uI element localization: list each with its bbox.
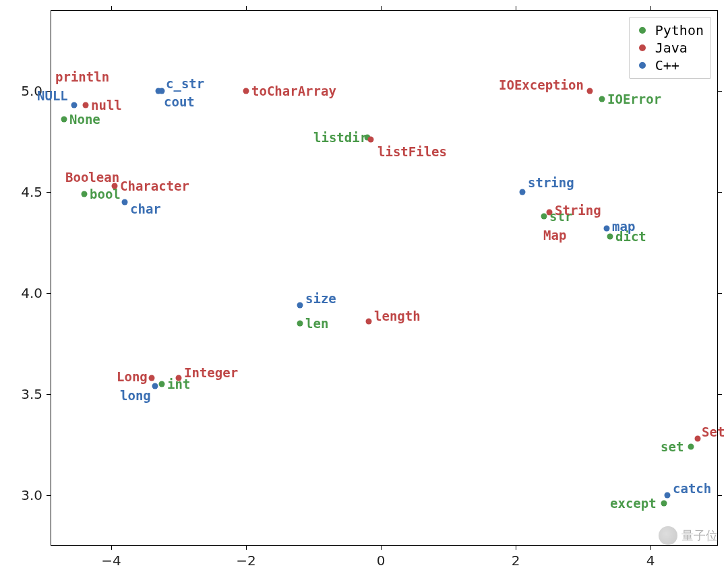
legend-entry: Python (635, 22, 704, 39)
y-tick (718, 293, 722, 294)
legend-label: C++ (655, 57, 679, 73)
data-label: c_str (166, 76, 204, 91)
y-tick (718, 495, 722, 496)
data-point (661, 501, 667, 507)
y-tick (718, 394, 722, 395)
data-label: except (610, 496, 657, 511)
data-point (665, 492, 671, 499)
legend-dot-icon (639, 44, 646, 51)
data-label: len (305, 316, 328, 331)
y-tick-label: 4.0 (21, 285, 42, 301)
y-tick-label: 3.5 (21, 386, 42, 402)
y-tick (47, 192, 51, 193)
y-tick-label: 3.0 (21, 487, 42, 503)
legend-entry: C++ (635, 57, 704, 74)
y-tick (47, 495, 51, 496)
data-label: String (555, 203, 601, 218)
data-point (520, 189, 526, 195)
data-point (599, 96, 605, 102)
data-point (366, 319, 372, 325)
data-label: size (305, 291, 336, 306)
data-label: Long (117, 369, 148, 384)
data-label: bool (90, 187, 121, 201)
chart-container: −4−20243.03.54.04.55.0 PythonJavaC++ 量子位… (0, 0, 728, 572)
data-label: None (69, 112, 100, 127)
data-point (122, 199, 128, 205)
data-label: null (91, 98, 122, 113)
data-label: listdir (313, 130, 367, 145)
x-tick (650, 546, 651, 550)
data-label: NULL (37, 88, 68, 103)
legend: PythonJavaC++ (629, 17, 711, 79)
x-tick-label: −4 (101, 552, 121, 569)
data-label: cout (164, 94, 195, 109)
data-label: Integer (184, 365, 238, 380)
y-tick (47, 394, 51, 395)
wechat-icon (659, 526, 677, 545)
x-tick-label: 4 (646, 552, 655, 569)
data-point (82, 191, 88, 197)
data-label: Boolean (65, 170, 119, 185)
y-tick-label: 4.5 (21, 184, 42, 200)
data-label: println (55, 69, 109, 84)
x-tick-label: −2 (236, 552, 255, 569)
plot-area (51, 10, 718, 546)
data-point (176, 375, 182, 381)
data-point (83, 102, 89, 108)
data-point (61, 117, 67, 123)
data-label: set (661, 439, 684, 454)
data-label: long (120, 388, 151, 403)
data-point (547, 210, 553, 216)
data-label: Character (120, 179, 189, 193)
x-tick (111, 6, 112, 10)
data-point (695, 436, 701, 442)
x-tick (650, 6, 651, 10)
data-label: Map (543, 228, 566, 243)
data-point (159, 381, 165, 387)
legend-dot-icon (639, 27, 646, 34)
x-tick (111, 546, 112, 550)
data-label: Set (702, 424, 725, 439)
x-tick (246, 6, 247, 10)
x-tick-label: 0 (377, 552, 386, 569)
data-point (297, 321, 303, 327)
data-label: IOException (499, 77, 584, 92)
data-point (368, 137, 374, 143)
watermark-text: 量子位 (681, 528, 718, 544)
data-point (587, 88, 593, 94)
data-label: char (130, 201, 161, 216)
data-point (156, 88, 162, 94)
data-point (112, 183, 118, 189)
x-tick (381, 546, 382, 550)
data-point (71, 102, 78, 108)
x-tick (516, 6, 516, 10)
y-tick (718, 192, 722, 193)
x-tick (381, 6, 382, 10)
data-point (604, 226, 610, 232)
x-tick-label: 2 (512, 552, 520, 569)
data-point (541, 214, 547, 220)
data-point (149, 375, 155, 381)
data-label: length (374, 309, 421, 323)
data-label: IOError (607, 92, 661, 106)
x-tick (516, 546, 516, 550)
data-label: string (528, 175, 574, 190)
data-point (152, 383, 158, 389)
legend-label: Java (655, 40, 688, 56)
data-label: map (612, 219, 635, 234)
data-point (243, 88, 249, 94)
watermark: 量子位 (659, 526, 718, 545)
data-label: listFiles (377, 144, 447, 159)
data-label: toCharArray (251, 84, 336, 98)
legend-entry: Java (635, 39, 704, 57)
legend-label: Python (655, 22, 704, 38)
legend-dot-icon (639, 62, 646, 69)
data-point (297, 303, 303, 309)
data-point (688, 444, 694, 450)
x-tick (246, 546, 247, 550)
y-tick (47, 293, 51, 294)
y-tick (718, 91, 722, 92)
data-point (607, 234, 613, 240)
data-label: catch (673, 481, 711, 496)
